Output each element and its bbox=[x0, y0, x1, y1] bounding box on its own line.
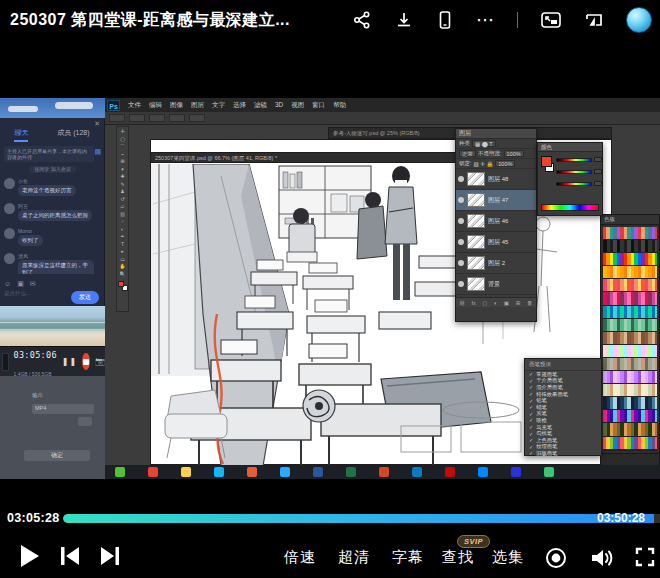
foreground-background-swatch[interactable] bbox=[118, 281, 128, 291]
path-select-icon[interactable]: ▸ bbox=[119, 249, 126, 254]
hand-tool-icon[interactable]: ✋ bbox=[119, 264, 126, 269]
menu-item-文字[interactable]: 文字 bbox=[208, 101, 229, 110]
layer-visibility-icon[interactable] bbox=[458, 218, 464, 224]
menu-item-编辑[interactable]: 编辑 bbox=[145, 101, 166, 110]
swatch-row[interactable] bbox=[603, 410, 657, 423]
lasso-tool-icon[interactable]: ⌒ bbox=[119, 144, 126, 149]
share-icon[interactable] bbox=[352, 10, 372, 30]
eyedropper-tool-icon[interactable]: ▾ bbox=[119, 167, 126, 172]
fullscreen-icon[interactable] bbox=[634, 546, 656, 572]
brush-menu-item[interactable]: ✓旧版画笔 bbox=[525, 450, 601, 457]
layer-effects-icon[interactable]: fx bbox=[472, 300, 476, 306]
wechat-icon[interactable] bbox=[115, 467, 125, 477]
dodge-tool-icon[interactable]: ◐ bbox=[119, 227, 126, 232]
settings-dropdown[interactable] bbox=[78, 417, 92, 426]
edge-icon[interactable] bbox=[412, 467, 422, 477]
dingtalk-icon[interactable] bbox=[478, 467, 488, 477]
layer-visibility-icon[interactable] bbox=[458, 260, 464, 266]
stop-record-button[interactable] bbox=[82, 353, 90, 370]
brush-size-box[interactable] bbox=[129, 114, 145, 122]
zoom-tool-icon[interactable]: 🔍 bbox=[119, 272, 126, 277]
swatch-row[interactable] bbox=[603, 384, 657, 397]
progress-bar[interactable] bbox=[63, 514, 660, 523]
mention-icon[interactable]: ✉ bbox=[30, 280, 36, 288]
menu-item-3D[interactable]: 3D bbox=[271, 101, 287, 110]
red-slider[interactable] bbox=[556, 158, 592, 162]
camera-icon[interactable]: 📷 bbox=[95, 357, 105, 366]
netease-icon[interactable] bbox=[445, 467, 455, 477]
close-icon[interactable]: ✕ bbox=[94, 120, 100, 128]
menu-item-文件[interactable]: 文件 bbox=[124, 101, 145, 110]
adjustment-layer-icon[interactable]: ◐ bbox=[494, 300, 497, 306]
pen-tool-icon[interactable]: ✒ bbox=[119, 234, 126, 239]
history-brush-icon[interactable]: ↺ bbox=[119, 197, 126, 202]
marquee-tool-icon[interactable]: ▢ bbox=[119, 137, 126, 142]
speed-button[interactable]: 倍速 bbox=[284, 548, 316, 567]
gradient-tool-icon[interactable]: ▨ bbox=[119, 212, 126, 217]
powerpoint-icon[interactable] bbox=[379, 467, 389, 477]
subtitle-button[interactable]: 字幕 bbox=[392, 548, 424, 567]
menu-item-窗口[interactable]: 窗口 bbox=[308, 101, 329, 110]
opacity-value[interactable]: 100% bbox=[504, 150, 524, 157]
swatch-row[interactable] bbox=[603, 227, 657, 240]
swatch-row[interactable] bbox=[603, 332, 657, 345]
link-layers-icon[interactable]: ⛓ bbox=[459, 300, 465, 306]
eraser-tool-icon[interactable]: ▱ bbox=[119, 204, 126, 209]
menu-item-选择[interactable]: 选择 bbox=[229, 101, 250, 110]
swatch-row[interactable] bbox=[603, 253, 657, 266]
shape-tool-icon[interactable]: ▭ bbox=[119, 257, 126, 262]
wps-icon[interactable] bbox=[247, 467, 257, 477]
swatch-row[interactable] bbox=[603, 240, 657, 253]
emoji-icon[interactable]: ☺ bbox=[4, 280, 11, 288]
menu-item-图层[interactable]: 图层 bbox=[187, 101, 208, 110]
swatch-row[interactable] bbox=[603, 292, 657, 305]
menu-item-图像[interactable]: 图像 bbox=[166, 101, 187, 110]
settings-field[interactable]: MP4 bbox=[32, 404, 94, 414]
blue-value-box[interactable] bbox=[594, 181, 602, 186]
swatch-row[interactable] bbox=[603, 266, 657, 279]
green-value-box[interactable] bbox=[594, 169, 602, 174]
user-avatar[interactable] bbox=[626, 7, 652, 33]
swatch-row[interactable] bbox=[603, 423, 657, 436]
flow-box[interactable] bbox=[189, 114, 205, 122]
wand-tool-icon[interactable]: ⌁ bbox=[119, 152, 126, 157]
search-button[interactable]: 查找 bbox=[442, 548, 474, 567]
picture-in-picture-icon[interactable] bbox=[540, 10, 562, 30]
color-spectrum-bar[interactable] bbox=[541, 204, 599, 211]
tab-members[interactable]: 成员 (128) bbox=[57, 128, 89, 142]
recorder-icon[interactable] bbox=[544, 467, 554, 477]
more-icon[interactable]: ⋯ bbox=[476, 15, 495, 25]
video-frame[interactable]: ✕ 聊天 成员 (128) 主持人已开启屏幕共享，本次课程内容请勿外传 ▤ 张同… bbox=[0, 98, 660, 479]
chrome-icon[interactable] bbox=[148, 467, 158, 477]
layer-row[interactable]: 图层 46 bbox=[456, 211, 536, 232]
blend-mode-select[interactable]: 正常 bbox=[459, 150, 476, 157]
delete-layer-icon[interactable]: 🗑 bbox=[527, 300, 533, 306]
cast-icon[interactable] bbox=[584, 10, 604, 30]
crop-tool-icon[interactable]: ⊞ bbox=[119, 159, 126, 164]
blue-slider[interactable] bbox=[556, 182, 592, 186]
layer-filter-icons[interactable]: ▦ ⬤ T bbox=[472, 140, 496, 147]
brush-tool-icon[interactable]: ✎ bbox=[119, 182, 126, 187]
layer-row[interactable]: 图层 48 bbox=[456, 169, 536, 190]
swatch-row[interactable] bbox=[603, 306, 657, 319]
layer-mask-icon[interactable]: ◻ bbox=[483, 300, 488, 306]
blur-tool-icon[interactable]: ○ bbox=[119, 219, 126, 224]
menu-item-视图[interactable]: 视图 bbox=[287, 101, 308, 110]
heal-tool-icon[interactable]: ✚ bbox=[119, 174, 126, 179]
photoshop-toolbar[interactable]: ✛ ▢ ⌒ ⌁ ⊞ ▾ ✚ ✎ ♟ ↺ ▱ ▨ ○ ◐ ✒ T ▸ ▭ ✋ 🔍 bbox=[116, 126, 129, 312]
swatch-row[interactable] bbox=[603, 279, 657, 292]
layer-visibility-icon[interactable] bbox=[458, 176, 464, 182]
menu-item-滤镜[interactable]: 滤镜 bbox=[250, 101, 271, 110]
play-button[interactable] bbox=[16, 542, 42, 574]
green-slider[interactable] bbox=[556, 170, 592, 174]
phone-icon[interactable] bbox=[436, 10, 454, 30]
layer-visibility-icon[interactable] bbox=[458, 281, 464, 287]
settings-confirm-button[interactable]: 确定 bbox=[24, 450, 90, 461]
image-icon[interactable]: ▣ bbox=[17, 280, 24, 288]
swatch-row[interactable] bbox=[603, 371, 657, 384]
explorer-icon[interactable] bbox=[181, 467, 191, 477]
qq-icon[interactable] bbox=[214, 467, 224, 477]
previous-episode-button[interactable] bbox=[58, 545, 82, 571]
layer-row[interactable]: 图层 45 bbox=[456, 232, 536, 253]
download-icon[interactable] bbox=[394, 10, 414, 30]
